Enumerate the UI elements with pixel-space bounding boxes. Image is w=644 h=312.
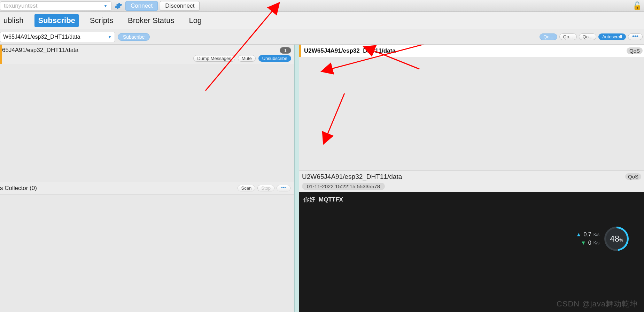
svg-point-5 — [283, 187, 284, 188]
svg-point-4 — [281, 187, 283, 188]
subscribed-topic-text: 65J4A91/esp32_DHT11/data — [2, 47, 78, 54]
payload-text-bold: MQTTFX — [319, 196, 343, 203]
detail-qos-badge: QoS — [625, 173, 641, 180]
connection-select[interactable]: texunyuntest ▼ — [0, 1, 111, 10]
svg-point-0 — [633, 36, 634, 37]
message-topic: U2W65J4A91/esp32_DHT11/data — [304, 47, 396, 54]
left-pane: 65J4A91/esp32_DHT11/data 1 Dump Messages… — [0, 45, 294, 312]
pane-divider[interactable] — [294, 45, 299, 312]
subscribe-button[interactable]: Subscribe — [118, 33, 150, 41]
collector-content — [0, 195, 294, 312]
qos-filter-3[interactable]: Qo... — [579, 33, 596, 40]
message-list-empty — [299, 57, 644, 170]
tab-publish[interactable]: ublish — [0, 14, 27, 27]
unsubscribe-button[interactable]: Unsubscribe — [258, 55, 291, 62]
collector-settings-icon[interactable] — [277, 185, 290, 191]
content-area: 65J4A91/esp32_DHT11/data 1 Dump Messages… — [0, 45, 644, 312]
left-empty-area — [0, 64, 294, 182]
subscribed-topic-item[interactable]: 65J4A91/esp32_DHT11/data 1 Dump Messages… — [0, 45, 294, 64]
gear-icon[interactable] — [114, 1, 123, 11]
detail-topic: U2W65J4A91/esp32_DHT11/data — [302, 173, 402, 181]
svg-point-2 — [636, 36, 638, 37]
stop-button[interactable]: Stop — [257, 185, 274, 191]
message-detail-header: U2W65J4A91/esp32_DHT11/data QoS 01-11-20… — [299, 170, 644, 192]
mute-button[interactable]: Mute — [238, 55, 256, 62]
tab-subscribe[interactable]: Subscribe — [34, 14, 78, 27]
connect-button[interactable]: Connect — [125, 1, 158, 11]
qos-badge: QoS — [627, 47, 643, 54]
connection-name: texunyuntest — [4, 2, 37, 9]
payload-text-prefix: 你好 — [303, 196, 315, 203]
message-count-badge: 1 — [280, 47, 291, 54]
qos-filter-2[interactable]: Qo... — [559, 33, 577, 40]
chevron-down-icon: ▼ — [103, 3, 108, 8]
collector-label: s Collector (0) — [0, 185, 37, 192]
tab-log[interactable]: Log — [185, 14, 205, 27]
tab-broker-status[interactable]: Broker Status — [124, 14, 178, 27]
subscribe-row: W65J4A91/esp32_DHT11/data ▼ Subscribe Qo… — [0, 29, 644, 45]
dump-messages-button[interactable]: Dump Messages — [193, 55, 235, 62]
payload-viewer[interactable]: 你好MQTTFX — [299, 192, 644, 312]
qos-filter-1[interactable]: Qo... — [540, 33, 557, 40]
tab-bar: ublish Subscribe Scripts Broker Status L… — [0, 12, 644, 29]
svg-line-8 — [327, 93, 344, 135]
connection-bar: texunyuntest ▼ Connect Disconnect 🔓 — [0, 0, 644, 12]
lock-open-icon: 🔓 — [633, 1, 642, 10]
autoscroll-button[interactable]: Autoscroll — [598, 33, 626, 40]
svg-point-1 — [635, 36, 636, 37]
annotation-arrow-3 — [299, 45, 644, 149]
topic-input-value: W65J4A91/esp32_DHT11/data — [3, 34, 80, 40]
detail-timestamp: 01-11-2022 15:22:15.55335578 — [302, 183, 385, 190]
message-list-item[interactable]: U2W65J4A91/esp32_DHT11/data QoS — [299, 45, 644, 57]
tab-scripts[interactable]: Scripts — [86, 14, 117, 27]
settings-icon[interactable] — [628, 33, 643, 40]
right-pane: U2W65J4A91/esp32_DHT11/data QoS U2W65J4A… — [299, 45, 644, 312]
scan-button[interactable]: Scan — [238, 185, 256, 191]
topics-collector-bar: s Collector (0) Scan Stop — [0, 182, 294, 195]
topic-input[interactable]: W65J4A91/esp32_DHT11/data ▼ — [0, 32, 115, 42]
svg-point-6 — [285, 187, 286, 188]
chevron-down-icon: ▼ — [108, 35, 112, 39]
disconnect-button[interactable]: Disconnect — [160, 1, 200, 11]
